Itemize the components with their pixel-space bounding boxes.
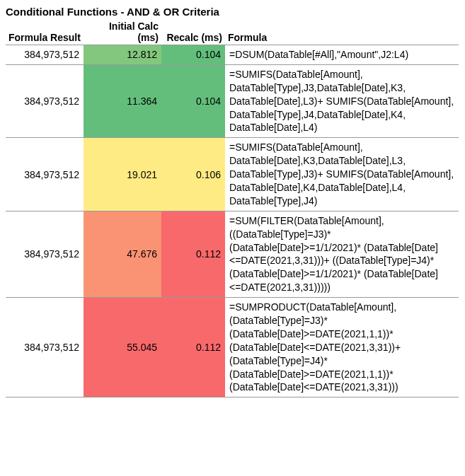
cell-formula: =DSUM(DataTable[#All],"Amount",J2:L4) (225, 45, 459, 65)
cell-formula: =SUM(FILTER(DataTable[Amount], ((DataTab… (225, 211, 459, 297)
cell-result: 384,973,512 (6, 211, 84, 297)
table-row: 384,973,51255.0450.112=SUMPRODUCT(DataTa… (6, 298, 459, 397)
header-formula: Formula (225, 19, 459, 45)
cell-recalc: 0.104 (161, 45, 225, 65)
header-initial: Initial Calc (ms) (84, 19, 161, 45)
table-row: 384,973,51219.0210.106=SUMIFS(DataTable[… (6, 138, 459, 211)
cell-recalc: 0.112 (161, 211, 225, 297)
cell-result: 384,973,512 (6, 64, 84, 137)
header-result: Formula Result (6, 19, 84, 45)
cell-formula: =SUMIFS(DataTable[Amount], DataTable[Typ… (225, 64, 459, 137)
results-table: Formula Result Initial Calc (ms) Recalc … (6, 19, 459, 397)
cell-recalc: 0.112 (161, 298, 225, 397)
cell-initial-calc: 19.021 (84, 138, 161, 211)
cell-result: 384,973,512 (6, 45, 84, 65)
cell-result: 384,973,512 (6, 298, 84, 397)
cell-initial-calc: 55.045 (84, 298, 161, 397)
cell-initial-calc: 47.676 (84, 211, 161, 297)
cell-initial-calc: 12.812 (84, 45, 161, 65)
cell-formula: =SUMPRODUCT(DataTable[Amount], (DataTabl… (225, 298, 459, 397)
table-row: 384,973,51247.6760.112=SUM(FILTER(DataTa… (6, 211, 459, 297)
cell-recalc: 0.104 (161, 64, 225, 137)
cell-recalc: 0.106 (161, 138, 225, 211)
page-title: Conditional Functions - AND & OR Criteri… (6, 6, 459, 18)
cell-formula: =SUMIFS(DataTable[Amount], DataTable[Dat… (225, 138, 459, 211)
header-recalc: Recalc (ms) (161, 19, 225, 45)
table-row: 384,973,51211.3640.104=SUMIFS(DataTable[… (6, 64, 459, 137)
cell-result: 384,973,512 (6, 138, 84, 211)
table-row: 384,973,51212.8120.104=DSUM(DataTable[#A… (6, 45, 459, 65)
cell-initial-calc: 11.364 (84, 64, 161, 137)
header-row: Formula Result Initial Calc (ms) Recalc … (6, 19, 459, 45)
